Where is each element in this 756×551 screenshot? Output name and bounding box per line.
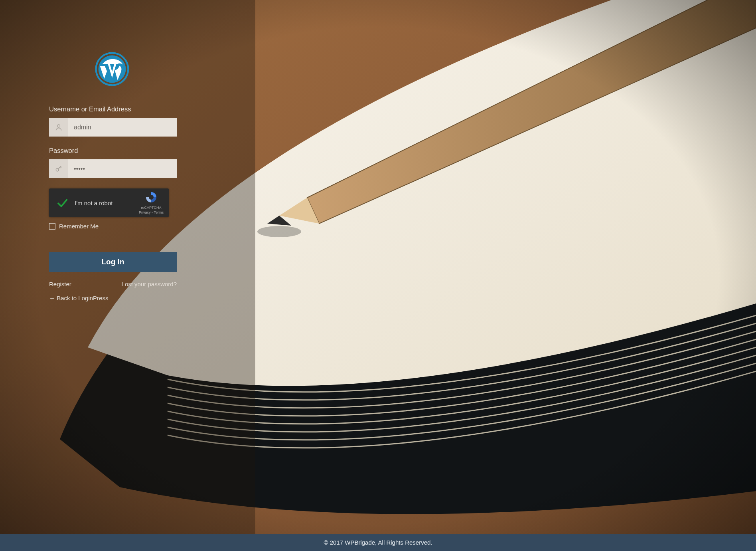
remember-me-label: Remember Me (59, 223, 99, 230)
username-input[interactable] (68, 118, 177, 137)
user-icon (49, 118, 68, 137)
recaptcha-badge: reCAPTCHA Privacy - Terms (138, 191, 164, 215)
username-field-row (49, 118, 177, 137)
recaptcha-widget[interactable]: I'm not a robot reCAPTCHA Privacy - Term… (49, 188, 169, 217)
remember-me-row[interactable]: Remember Me (49, 223, 177, 230)
footer-bar: © 2017 WPBrigade, All Rights Reserved. (0, 534, 756, 551)
recaptcha-label: I'm not a robot (75, 200, 138, 206)
recaptcha-legal-text: Privacy - Terms (138, 210, 164, 215)
lost-password-link[interactable]: Lost your password? (122, 281, 177, 287)
footer-copyright: © 2017 WPBrigade, All Rights Reserved. (324, 539, 432, 546)
password-input[interactable] (68, 159, 177, 178)
wordpress-logo (95, 52, 129, 86)
register-link[interactable]: Register (49, 281, 71, 287)
back-to-site-link[interactable]: ← Back to LoginPress (49, 295, 108, 301)
svg-point-7 (56, 168, 59, 171)
key-icon (49, 159, 68, 178)
log-in-button[interactable]: Log In (49, 252, 177, 272)
checkmark-icon (56, 197, 68, 209)
password-label: Password (49, 147, 177, 155)
svg-point-6 (57, 125, 60, 127)
username-label: Username or Email Address (49, 105, 177, 113)
recaptcha-brand-text: reCAPTCHA (138, 206, 164, 210)
login-form: Username or Email Address Password I'm n… (49, 52, 177, 301)
password-field-row (49, 159, 177, 178)
remember-me-checkbox[interactable] (49, 223, 55, 230)
